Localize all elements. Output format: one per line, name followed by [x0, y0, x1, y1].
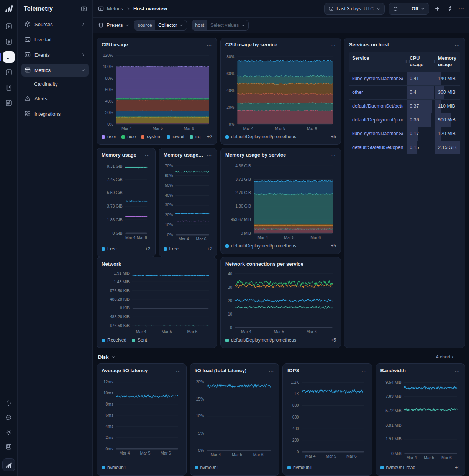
- legend-more-count[interactable]: +2: [207, 134, 212, 139]
- icon-rail: [0, 0, 18, 476]
- services-table-body: kube-system/DaemonSet/aw0.41140 MiBother…: [349, 72, 460, 154]
- card-menu-button[interactable]: ⋯: [451, 368, 460, 374]
- cpu-by-service-chart[interactable]: 0%20%40%60%80%Mar 4Mar 5Mar 6: [225, 49, 336, 132]
- legend-more-count[interactable]: +5: [331, 243, 336, 249]
- source-filter[interactable]: source Collector: [134, 20, 187, 31]
- memory-usage-percent-chart[interactable]: 0%10%20%30%40%50%60%70%Mar 4Mar 6: [164, 159, 213, 244]
- legend-more-count[interactable]: +2: [207, 246, 212, 252]
- legend-more-count[interactable]: +5: [331, 337, 336, 343]
- disk-section-toggle[interactable]: Disk: [98, 354, 116, 360]
- column-resize-grip[interactable]: ⋮⋮: [404, 59, 411, 64]
- rail-new-button[interactable]: [3, 21, 15, 32]
- legend-item[interactable]: irq: [190, 134, 200, 139]
- column-header-memory-usage[interactable]: ⋮⋮Memory usage: [435, 52, 460, 72]
- chart-card-io-load: I/O load (total latency) ⋯ 0%5%10%15%20%…: [190, 363, 280, 476]
- card-menu-button[interactable]: ⋯: [266, 368, 274, 374]
- svg-text:120%: 120%: [103, 53, 113, 57]
- legend-more-count[interactable]: +2: [145, 246, 151, 252]
- sidebar-item-integrations[interactable]: Integrations: [21, 107, 89, 120]
- card-menu-button[interactable]: ⋯: [327, 42, 336, 48]
- chart-legend: nvme0n1: [102, 464, 182, 471]
- disk-section-menu-button[interactable]: ⋯: [458, 353, 464, 360]
- memory-by-service-chart[interactable]: 0 MiB953.67 MiB1.86 GiB2.79 GiB3.73 GiB4…: [225, 159, 336, 241]
- card-menu-button[interactable]: ⋯: [173, 368, 182, 374]
- legend-item[interactable]: system: [141, 134, 161, 139]
- notifications-bell-icon[interactable]: [3, 397, 15, 409]
- refresh-interval-value: Off: [412, 6, 418, 11]
- service-link[interactable]: other: [352, 90, 363, 95]
- service-link[interactable]: kube-system/DaemonSet/aw: [352, 76, 403, 81]
- sidebar-item-cardinality[interactable]: Cardinality: [28, 78, 89, 90]
- column-header-cpu-usage[interactable]: ⋮⋮CPU usage: [407, 52, 435, 72]
- network-chart[interactable]: -976.56 KiB-488.28 KiB0 KiB488.28 KiB976…: [102, 268, 212, 335]
- quick-actions-zap-button[interactable]: [446, 4, 454, 13]
- card-menu-button[interactable]: ⋯: [327, 152, 336, 158]
- add-chart-button[interactable]: [433, 4, 442, 13]
- feedback-chat-icon[interactable]: [3, 412, 15, 423]
- sidebar-collapse-icon[interactable]: [81, 6, 87, 12]
- memory-usage-cell: 300 MiB: [435, 86, 460, 99]
- rail-monitors-button[interactable]: [3, 67, 15, 78]
- legend-item[interactable]: nvme0n1 read: [380, 465, 416, 470]
- legend-item[interactable]: nvme0n1: [102, 465, 126, 470]
- card-menu-button[interactable]: ⋯: [203, 261, 212, 267]
- service-link[interactable]: default/Deployment/promet: [352, 117, 403, 123]
- theme-sun-icon[interactable]: [3, 426, 15, 438]
- rail-settings-button[interactable]: [3, 97, 15, 109]
- service-link[interactable]: kube-system/DaemonSet/ku: [352, 131, 403, 136]
- card-menu-button[interactable]: ⋯: [451, 42, 460, 48]
- breadcrumb-section[interactable]: Metrics: [107, 6, 123, 11]
- legend-item[interactable]: Received: [102, 337, 126, 343]
- bandwidth-chart[interactable]: 0 MiB1.91 MiB3.81 MiB5.72 MiB7.63 MiB9.5…: [380, 375, 461, 463]
- io-latency-chart[interactable]: 0ms2ms4ms6ms8ms10ms12msMar 4Mar 5Mar 6: [102, 375, 182, 463]
- service-link[interactable]: default/DaemonSet/better-s: [352, 103, 403, 109]
- legend-item[interactable]: iowait: [167, 134, 184, 139]
- rail-live-button[interactable]: [3, 36, 15, 47]
- service-link[interactable]: default/StatefulSet/opensea: [352, 145, 403, 150]
- legend-label: nvme0n1: [200, 465, 219, 470]
- time-range-picker[interactable]: Last 3 days UTC: [324, 3, 385, 15]
- legend-more-count[interactable]: +1: [455, 465, 460, 470]
- card-menu-button[interactable]: ⋯: [142, 152, 151, 158]
- legend-item[interactable]: nvme0n1: [195, 465, 219, 470]
- card-menu-button[interactable]: ⋯: [359, 368, 367, 374]
- svg-text:60%: 60%: [226, 71, 235, 76]
- legend-item[interactable]: default/Deployment/prometheus: [225, 134, 296, 139]
- legend-item[interactable]: Free: [164, 246, 179, 252]
- code-brackets-icon: [25, 52, 31, 58]
- org-logo-button[interactable]: [2, 458, 15, 471]
- legend-item[interactable]: nvme0n1: [287, 465, 312, 470]
- legend-item[interactable]: user: [102, 134, 116, 139]
- sidebar-item-live-tail[interactable]: Live tail: [21, 33, 89, 46]
- refresh-button[interactable]: [389, 3, 402, 14]
- legend-item[interactable]: nice: [121, 134, 136, 139]
- refresh-interval-select[interactable]: Off: [408, 3, 429, 14]
- card-menu-button[interactable]: ⋯: [327, 261, 336, 267]
- column-header-service[interactable]: Service: [349, 52, 407, 72]
- presets-button[interactable]: Presets: [98, 22, 130, 28]
- io-load-chart[interactable]: 0%5%10%15%20%Mar 4Mar 5Mar 6: [195, 375, 275, 463]
- svg-text:Mar 5: Mar 5: [162, 329, 172, 334]
- rail-journal-button[interactable]: [3, 82, 15, 93]
- card-menu-button[interactable]: ⋯: [203, 152, 212, 158]
- sidebar-item-sources[interactable]: Sources: [21, 18, 89, 31]
- memory-usage-chart[interactable]: 0 GiB1.86 GiB3.73 GiB5.59 GiB7.45 GiB9.3…: [102, 159, 151, 244]
- card-menu-button[interactable]: ⋯: [203, 42, 212, 48]
- sidebar-item-events[interactable]: Events: [21, 48, 89, 61]
- sidebar-item-alerts[interactable]: Alerts: [21, 92, 89, 105]
- sidebar-item-metrics[interactable]: Metrics: [21, 64, 89, 77]
- legend-item[interactable]: Sent: [132, 337, 147, 343]
- rail-flows-button[interactable]: [3, 51, 15, 63]
- legend-item[interactable]: Free: [102, 246, 117, 252]
- more-options-button[interactable]: ⋯: [458, 5, 464, 12]
- legend-more-count[interactable]: +5: [331, 134, 336, 139]
- shortcuts-keyboard-icon[interactable]: [3, 441, 15, 452]
- dashboard-content: CPU usage ⋯ 0%20%40%60%80%100%120%Mar 4M…: [93, 33, 469, 476]
- host-filter[interactable]: host Select values: [192, 20, 249, 31]
- column-resize-grip[interactable]: ⋮⋮: [433, 59, 439, 64]
- iops-chart[interactable]: 02004006008001K1.2KMar 4Mar 5Mar 6: [287, 375, 367, 463]
- legend-item[interactable]: default/Deployment/prometheus: [225, 243, 296, 249]
- cpu-usage-chart[interactable]: 0%20%40%60%80%100%120%Mar 4Mar 5Mar 6: [102, 49, 212, 132]
- net-connections-chart[interactable]: 010203040Mar 4Mar 5Mar 6: [225, 268, 336, 335]
- legend-item[interactable]: default/Deployment/prometheus: [225, 337, 296, 343]
